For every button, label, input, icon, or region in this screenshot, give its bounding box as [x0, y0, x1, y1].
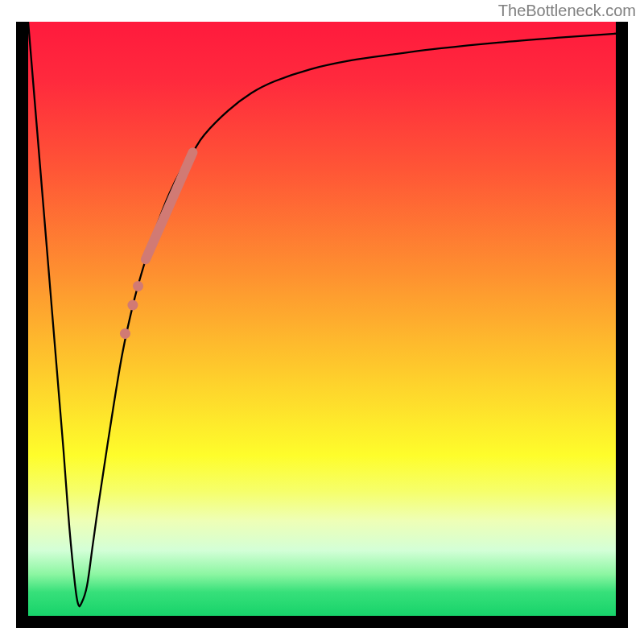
highlight-segment: [146, 152, 192, 259]
highlight-dot: [133, 281, 143, 291]
highlight-dots: [120, 281, 143, 339]
plot-area: [28, 22, 616, 616]
curve-svg: [28, 22, 616, 616]
highlight-dot: [127, 300, 138, 311]
bottleneck-curve: [28, 22, 616, 606]
attribution-text: TheBottleneck.com: [498, 2, 636, 20]
chart-container: TheBottleneck.com: [0, 0, 644, 644]
highlight-dot: [120, 328, 130, 339]
plot-frame: [16, 22, 628, 628]
